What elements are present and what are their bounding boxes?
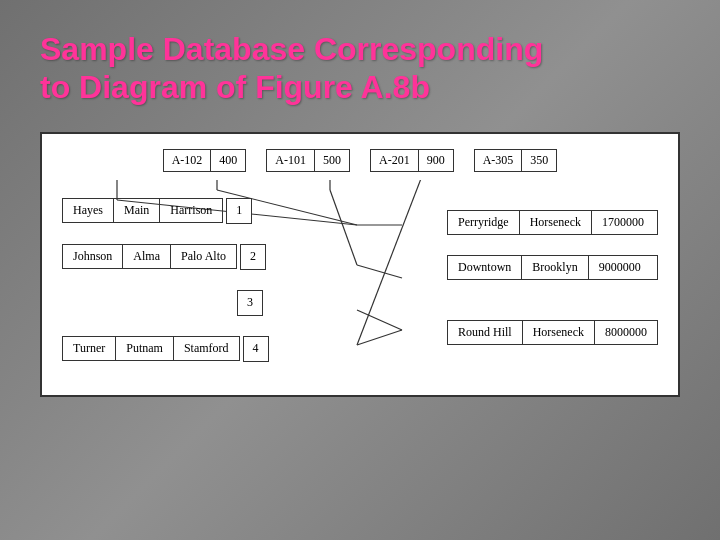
hayes-cells: Hayes Main Harrison (62, 198, 223, 223)
svg-line-8 (357, 265, 402, 278)
branch-row-downtown: Downtown Brooklyn 9000000 (447, 255, 658, 280)
pointer-4: 4 (243, 336, 269, 362)
account-balance: 350 (522, 150, 556, 171)
accounts-row: A-102 400 A-101 500 A-201 900 A-305 350 (62, 149, 658, 172)
branch-name: Downtown (448, 256, 522, 279)
account-balance: 500 (315, 150, 349, 171)
svg-line-10 (357, 330, 402, 345)
svg-line-5 (330, 190, 357, 265)
branch-name: Round Hill (448, 321, 523, 344)
branch-city: Brooklyn (522, 256, 588, 279)
branches-column: Perryridge Horseneck 1700000 Downtown Br… (447, 210, 658, 345)
account-id: A-101 (267, 150, 315, 171)
account-id: A-305 (475, 150, 523, 171)
customer-city: Stamford (174, 337, 239, 360)
customer-name: Hayes (63, 199, 114, 222)
customer-name: Turner (63, 337, 116, 360)
diagram-body: Hayes Main Harrison 1 Johnson Alma Palo … (62, 180, 658, 380)
account-id: A-102 (164, 150, 212, 171)
branch-city: Horseneck (523, 321, 595, 344)
account-balance: 400 (211, 150, 245, 171)
branch-city: Horseneck (520, 211, 592, 234)
customer-city: Palo Alto (171, 245, 236, 268)
account-id: A-201 (371, 150, 419, 171)
branch-name: Perryridge (448, 211, 520, 234)
turner-cells: Turner Putnam Stamford (62, 336, 240, 361)
customer-name: Johnson (63, 245, 123, 268)
svg-line-6 (357, 180, 432, 345)
customer-street: Putnam (116, 337, 174, 360)
pointer-1: 1 (226, 198, 252, 224)
branch-assets: 8000000 (595, 321, 657, 344)
branch-assets: 9000000 (589, 256, 651, 279)
branch-row-perryridge: Perryridge Horseneck 1700000 (447, 210, 658, 235)
customer-street: Main (114, 199, 160, 222)
diagram-container: A-102 400 A-101 500 A-201 900 A-305 350 (40, 132, 680, 397)
account-balance: 900 (419, 150, 453, 171)
pointer-3-standalone: 3 (62, 290, 269, 316)
slide: Sample Database Correspondingto Diagram … (0, 0, 720, 540)
account-a201: A-201 900 (370, 149, 454, 172)
slide-title: Sample Database Correspondingto Diagram … (40, 30, 543, 107)
customer-city: Harrison (160, 199, 222, 222)
account-a102: A-102 400 (163, 149, 247, 172)
customer-row-turner: Turner Putnam Stamford 4 (62, 336, 269, 362)
svg-line-9 (357, 310, 402, 330)
pointer-2: 2 (240, 244, 266, 270)
customer-street: Alma (123, 245, 171, 268)
johnson-cells: Johnson Alma Palo Alto (62, 244, 237, 269)
branch-row-roundhill: Round Hill Horseneck 8000000 (447, 320, 658, 345)
pointer-3: 3 (237, 290, 263, 316)
customer-row-johnson: Johnson Alma Palo Alto 2 (62, 244, 269, 270)
branch-assets: 1700000 (592, 211, 654, 234)
account-a101: A-101 500 (266, 149, 350, 172)
customer-row-hayes: Hayes Main Harrison 1 (62, 198, 269, 224)
customers-column: Hayes Main Harrison 1 Johnson Alma Palo … (62, 198, 269, 362)
account-a305: A-305 350 (474, 149, 558, 172)
